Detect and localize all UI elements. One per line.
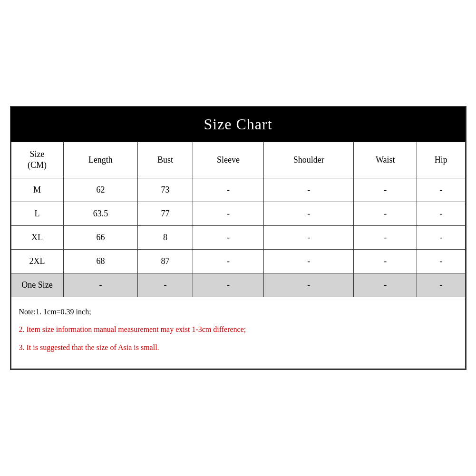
cell-sleeve-3: -: [193, 249, 264, 273]
header-waist: Waist: [354, 142, 417, 178]
cell-bust-1: 77: [138, 202, 193, 225]
cell-bust-4: -: [138, 273, 193, 297]
note-line-2: 2. Item size information manual measurem…: [19, 323, 457, 336]
cell-sleeve-2: -: [193, 225, 264, 249]
cell-shoulder-4: -: [264, 273, 354, 297]
cell-bust-3: 87: [138, 249, 193, 273]
cell-sleeve-0: -: [193, 178, 264, 202]
notes-section: Note:1. 1cm=0.39 inch; 2. Item size info…: [11, 297, 466, 369]
size-chart-container: Size Chart Size(CM) Length Bust Sleeve S…: [10, 106, 466, 370]
cell-size-0: M: [11, 178, 63, 202]
cell-hip-0: -: [417, 178, 465, 202]
cell-size-2: XL: [11, 225, 63, 249]
header-length: Length: [63, 142, 138, 178]
size-table: Size(CM) Length Bust Sleeve Shoulder Wai…: [11, 142, 466, 297]
cell-length-1: 63.5: [63, 202, 138, 225]
table-row: L63.577----: [11, 202, 465, 225]
cell-sleeve-4: -: [193, 273, 264, 297]
cell-length-2: 66: [63, 225, 138, 249]
cell-shoulder-2: -: [264, 225, 354, 249]
table-row: One Size------: [11, 273, 465, 297]
note-line-1: Note:1. 1cm=0.39 inch;: [19, 306, 457, 318]
cell-sleeve-1: -: [193, 202, 264, 225]
note-line-3: 3. It is suggested that the size of Asia…: [19, 341, 457, 354]
header-size: Size(CM): [11, 142, 63, 178]
cell-shoulder-1: -: [264, 202, 354, 225]
cell-size-4: One Size: [11, 273, 63, 297]
header-hip: Hip: [417, 142, 465, 178]
cell-hip-1: -: [417, 202, 465, 225]
table-row: XL668----: [11, 225, 465, 249]
table-row: M6273----: [11, 178, 465, 202]
header-bust: Bust: [138, 142, 193, 178]
cell-shoulder-0: -: [264, 178, 354, 202]
cell-size-1: L: [11, 202, 63, 225]
cell-bust-2: 8: [138, 225, 193, 249]
cell-waist-4: -: [354, 273, 417, 297]
table-header-row: Size(CM) Length Bust Sleeve Shoulder Wai…: [11, 142, 465, 178]
cell-size-3: 2XL: [11, 249, 63, 273]
cell-hip-2: -: [417, 225, 465, 249]
table-row: 2XL6887----: [11, 249, 465, 273]
cell-length-0: 62: [63, 178, 138, 202]
cell-waist-1: -: [354, 202, 417, 225]
header-sleeve: Sleeve: [193, 142, 264, 178]
cell-hip-4: -: [417, 273, 465, 297]
cell-waist-2: -: [354, 225, 417, 249]
cell-hip-3: -: [417, 249, 465, 273]
header-shoulder: Shoulder: [264, 142, 354, 178]
chart-title: Size Chart: [11, 107, 466, 142]
cell-waist-3: -: [354, 249, 417, 273]
cell-shoulder-3: -: [264, 249, 354, 273]
cell-length-3: 68: [63, 249, 138, 273]
cell-bust-0: 73: [138, 178, 193, 202]
cell-length-4: -: [63, 273, 138, 297]
cell-waist-0: -: [354, 178, 417, 202]
